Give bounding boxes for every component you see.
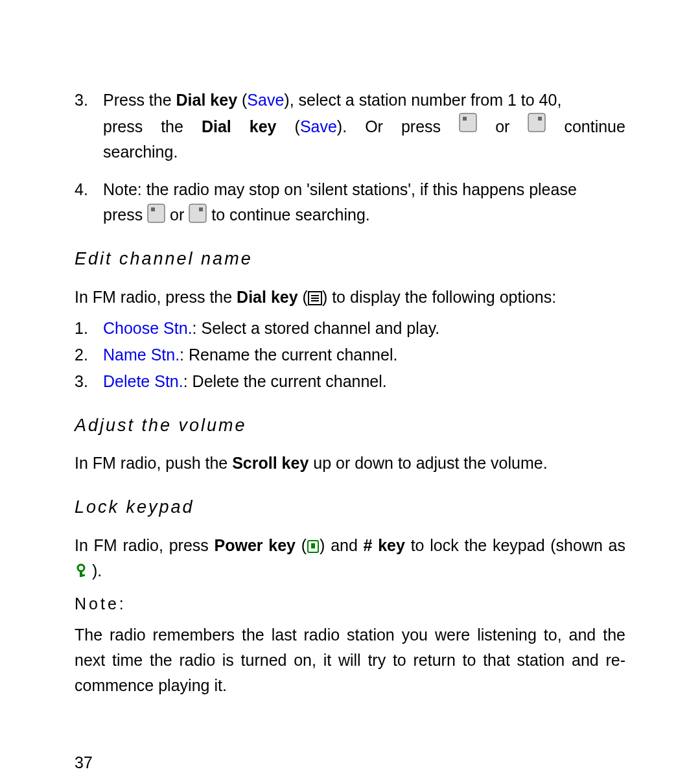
text: ). — [88, 561, 102, 580]
option-3-number: 3. — [75, 369, 103, 394]
text: ) and — [320, 536, 364, 554]
text: the — [161, 114, 183, 139]
step-3: 3. Press the Dial key (Save), select a s… — [75, 88, 625, 164]
save-link: Save — [247, 91, 284, 109]
text: In FM radio, push the — [75, 454, 232, 472]
step-3-line2: press the Dial key (Save). Or press or c… — [103, 113, 625, 139]
text: ) to display the following options: — [322, 288, 556, 306]
text: continue — [564, 114, 625, 139]
step-3-text: Press the Dial key (Save), select a stat… — [103, 88, 625, 164]
option-1-number: 1. — [75, 316, 103, 341]
svg-rect-7 — [199, 207, 203, 211]
svg-rect-2 — [528, 113, 545, 132]
text: to continue searching. — [211, 206, 370, 224]
page-number: 37 — [75, 750, 625, 775]
text: or — [170, 206, 189, 224]
svg-rect-13 — [311, 543, 315, 548]
text: ). — [337, 117, 347, 135]
text: to lock the keypad (shown as — [405, 536, 625, 554]
text: Press the — [103, 91, 176, 109]
option-2-number: 2. — [75, 342, 103, 368]
text: or — [495, 114, 509, 139]
step-3-number: 3. — [75, 88, 103, 164]
text: press — [401, 114, 441, 139]
scroll-key-label: Scroll key — [232, 454, 309, 472]
manual-page: 3. Press the Dial key (Save), select a s… — [0, 0, 700, 776]
svg-rect-4 — [148, 204, 165, 222]
text: Dial — [202, 114, 231, 139]
text: In FM radio, press the — [75, 288, 237, 306]
svg-rect-0 — [460, 113, 476, 132]
option-1-text: Choose Stn.: Select a stored channel and… — [103, 316, 625, 341]
text: ( — [298, 288, 308, 306]
key-left-icon — [147, 204, 165, 223]
text: : Rename the current channel. — [180, 346, 397, 364]
text: ( — [295, 117, 300, 135]
heading-adjust-volume: Adjust the volume — [75, 412, 625, 440]
option-2: 2. Name Stn.: Rename the current channel… — [75, 342, 625, 368]
volume-text: In FM radio, push the Scroll key up or d… — [75, 451, 625, 476]
key-right-icon — [528, 113, 546, 132]
text: : Select a stored channel and play. — [192, 319, 440, 337]
option-2-text: Name Stn.: Rename the current channel. — [103, 342, 625, 368]
key-icon — [75, 563, 88, 579]
key-right-icon — [189, 204, 207, 223]
power-icon — [307, 539, 320, 554]
note-body: The radio remembers the last radio stati… — [75, 622, 625, 698]
step-4: 4. Note: the radio may stop on 'silent s… — [75, 177, 625, 228]
note-label: Note: — [75, 591, 625, 617]
svg-rect-6 — [189, 204, 206, 222]
step-4-line1: Note: the radio may stop on 'silent stat… — [103, 177, 625, 202]
option-3-text: Delete Stn.: Delete the current channel. — [103, 369, 625, 394]
key-left-icon — [459, 113, 477, 132]
save-link: Save — [300, 117, 337, 135]
edit-intro: In FM radio, press the Dial key () to di… — [75, 285, 625, 310]
step-4-text: Note: the radio may stop on 'silent stat… — [103, 177, 625, 228]
name-stn-link: Name Stn. — [103, 346, 180, 364]
text: In FM radio, press — [75, 536, 215, 554]
delete-stn-link: Delete Stn. — [103, 372, 183, 390]
svg-rect-5 — [151, 207, 155, 211]
hash-key-label: # key — [364, 536, 405, 554]
heading-edit-channel-name: Edit channel name — [75, 246, 625, 273]
svg-rect-3 — [538, 117, 542, 121]
power-key-label: Power key — [215, 536, 296, 554]
svg-point-14 — [78, 565, 84, 571]
lock-text: In FM radio, press Power key () and # ke… — [75, 533, 625, 583]
heading-lock-keypad: Lock keypad — [75, 494, 625, 521]
text: press — [103, 114, 143, 139]
svg-rect-1 — [463, 117, 467, 121]
text: ), select a station number from 1 to 40, — [284, 91, 561, 109]
step-3-line3: searching. — [103, 139, 625, 165]
text: press — [103, 206, 147, 224]
text: key — [250, 114, 277, 139]
step-4-number: 4. — [75, 177, 103, 228]
svg-rect-16 — [80, 574, 85, 576]
choose-stn-link: Choose Stn. — [103, 319, 192, 337]
text: : Delete the current channel. — [183, 372, 387, 390]
text: up or down to adjust the volume. — [309, 454, 547, 472]
menu-icon — [308, 291, 322, 305]
text: ( — [296, 536, 307, 554]
option-3: 3. Delete Stn.: Delete the current chann… — [75, 369, 625, 394]
dial-key-label: Dial key — [176, 91, 238, 109]
text: Or — [365, 114, 383, 139]
step-4-line2: press or to continue searching. — [103, 202, 625, 228]
option-1: 1. Choose Stn.: Select a stored channel … — [75, 316, 625, 341]
text: ( — [237, 91, 247, 109]
dial-key-label: Dial key — [237, 288, 298, 306]
